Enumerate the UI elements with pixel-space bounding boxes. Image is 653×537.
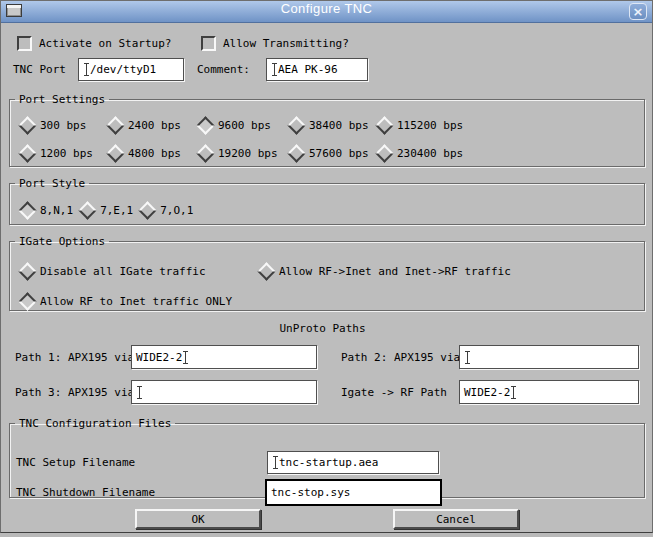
text-cursor-icon (464, 350, 471, 365)
text-cursor-icon (83, 62, 90, 77)
activate-on-startup-checkbox[interactable]: Activate on Startup? (17, 36, 171, 51)
titlebar[interactable]: Configure TNC × (1, 1, 652, 23)
checkbox-icon (17, 36, 32, 51)
igate-rf-path-field[interactable]: WIDE2-2 (459, 380, 639, 404)
tnc-setup-filename-field[interactable]: tnc-startup.aea (267, 451, 439, 474)
radio-230400bps[interactable]: 230400 bps (377, 146, 640, 161)
allow-transmitting-checkbox[interactable]: Allow Transmitting? (201, 36, 349, 51)
radio-igate-disable[interactable]: Disable all IGate traffic (20, 264, 206, 279)
radio-4800bps[interactable]: 4800 bps (108, 146, 198, 161)
radio-diamond-icon (139, 201, 157, 219)
radio-label: 7,E,1 (100, 204, 133, 217)
port-style-group: Port Style 8,N,1 7,E,1 7,O,1 (9, 177, 645, 225)
text-cursor-icon (272, 455, 279, 470)
tnc-shutdown-filename-label: TNC Shutdown Filename (16, 486, 155, 499)
tnc-port-field[interactable]: /dev/ttyD1 (78, 58, 184, 81)
text-cursor-icon (136, 385, 143, 400)
port-settings-group: Port Settings 300 bps 2400 bps 9600 bps … (9, 93, 645, 167)
radio-label: 38400 bps (309, 119, 369, 132)
comment-label: Comment: (197, 63, 250, 76)
igate-rf-path-value: WIDE2-2 (464, 386, 510, 399)
tnc-config-files-legend: TNC Configuration Files (15, 417, 175, 430)
radio-label: 115200 bps (397, 119, 463, 132)
radio-diamond-icon (106, 144, 124, 162)
radio-diamond-icon (196, 116, 214, 134)
unproto-paths-heading: UnProto Paths (1, 322, 644, 335)
radio-diamond-icon (287, 116, 305, 134)
radio-19200bps[interactable]: 19200 bps (198, 146, 289, 161)
radio-label: Disable all IGate traffic (40, 265, 206, 278)
radio-diamond-icon (78, 201, 96, 219)
radio-label: Allow RF to Inet traffic ONLY (40, 295, 232, 308)
radio-115200bps[interactable]: 115200 bps (377, 118, 640, 133)
radio-diamond-icon (106, 116, 124, 134)
radio-300bps[interactable]: 300 bps (20, 118, 108, 133)
radio-diamond-icon (257, 262, 275, 280)
text-cursor-icon (271, 62, 278, 77)
path3-label: Path 3: APX195 via (15, 386, 134, 399)
window-menu-icon[interactable] (6, 4, 22, 17)
igate-rf-path-label: Igate -> RF Path (341, 386, 447, 399)
radio-diamond-icon (196, 144, 214, 162)
radio-label: 300 bps (40, 119, 86, 132)
radio-diamond-icon (18, 144, 36, 162)
radio-label: 4800 bps (128, 147, 181, 160)
ok-button[interactable]: OK (135, 509, 261, 529)
path1-label: Path 1: APX195 via (15, 351, 134, 364)
radio-diamond-icon (375, 144, 393, 162)
tnc-setup-filename-value: tnc-startup.aea (279, 456, 378, 469)
path2-label: Path 2: APX195 via (341, 351, 460, 364)
radio-57600bps[interactable]: 57600 bps (289, 146, 377, 161)
radio-label: Allow RF->Inet and Inet->RF traffic (279, 265, 511, 278)
radio-label: 1200 bps (40, 147, 93, 160)
comment-field[interactable]: AEA PK-96 (266, 58, 368, 81)
radio-7e1[interactable]: 7,E,1 (80, 203, 133, 218)
allow-transmitting-label: Allow Transmitting? (223, 37, 349, 50)
tnc-port-value: /dev/ttyD1 (90, 63, 156, 76)
radio-label: 8,N,1 (40, 204, 73, 217)
radio-label: 19200 bps (218, 147, 278, 160)
radio-igate-rf-to-inet-only[interactable]: Allow RF to Inet traffic ONLY (20, 294, 232, 309)
radio-diamond-icon (18, 262, 36, 280)
radio-label: 7,O,1 (160, 204, 193, 217)
radio-igate-rf-inet-both[interactable]: Allow RF->Inet and Inet->RF traffic (259, 264, 511, 279)
port-style-legend: Port Style (15, 177, 89, 190)
comment-value: AEA PK-96 (278, 63, 338, 76)
radio-diamond-icon (287, 144, 305, 162)
radio-9600bps[interactable]: 9600 bps (198, 118, 289, 133)
radio-diamond-icon (18, 292, 36, 310)
radio-label: 57600 bps (309, 147, 369, 160)
cancel-button[interactable]: Cancel (393, 509, 519, 529)
radio-diamond-icon (18, 201, 36, 219)
radio-label: 2400 bps (128, 119, 181, 132)
tnc-shutdown-filename-value: tnc-stop.sys (271, 486, 350, 499)
radio-label: 9600 bps (218, 119, 271, 132)
tnc-config-files-group: TNC Configuration Files TNC Setup Filena… (9, 417, 645, 498)
port-settings-legend: Port Settings (15, 93, 109, 106)
tnc-shutdown-filename-field[interactable]: tnc-stop.sys (265, 479, 442, 506)
activate-on-startup-label: Activate on Startup? (39, 37, 171, 50)
tnc-port-label: TNC Port (13, 63, 66, 76)
path3-field[interactable] (131, 380, 317, 404)
radio-7o1[interactable]: 7,O,1 (140, 203, 193, 218)
tnc-setup-filename-label: TNC Setup Filename (16, 456, 135, 469)
radio-2400bps[interactable]: 2400 bps (108, 118, 198, 133)
text-cursor-icon (182, 350, 189, 365)
path2-field[interactable] (459, 345, 639, 369)
checkbox-icon (201, 36, 216, 51)
path1-field[interactable]: WIDE2-2 (131, 345, 317, 369)
radio-diamond-icon (18, 116, 36, 134)
igate-options-legend: IGate Options (15, 235, 109, 248)
text-cursor-icon (510, 385, 517, 400)
radio-8n1[interactable]: 8,N,1 (20, 203, 73, 218)
igate-options-group: IGate Options Disable all IGate traffic … (9, 235, 645, 311)
radio-38400bps[interactable]: 38400 bps (289, 118, 377, 133)
radio-diamond-icon (375, 116, 393, 134)
configure-tnc-dialog: Configure TNC × Activate on Startup? All… (0, 0, 653, 533)
window-title: Configure TNC (1, 1, 652, 16)
close-icon[interactable]: × (629, 3, 647, 20)
radio-label: 230400 bps (397, 147, 463, 160)
radio-1200bps[interactable]: 1200 bps (20, 146, 108, 161)
path1-value: WIDE2-2 (136, 351, 182, 364)
